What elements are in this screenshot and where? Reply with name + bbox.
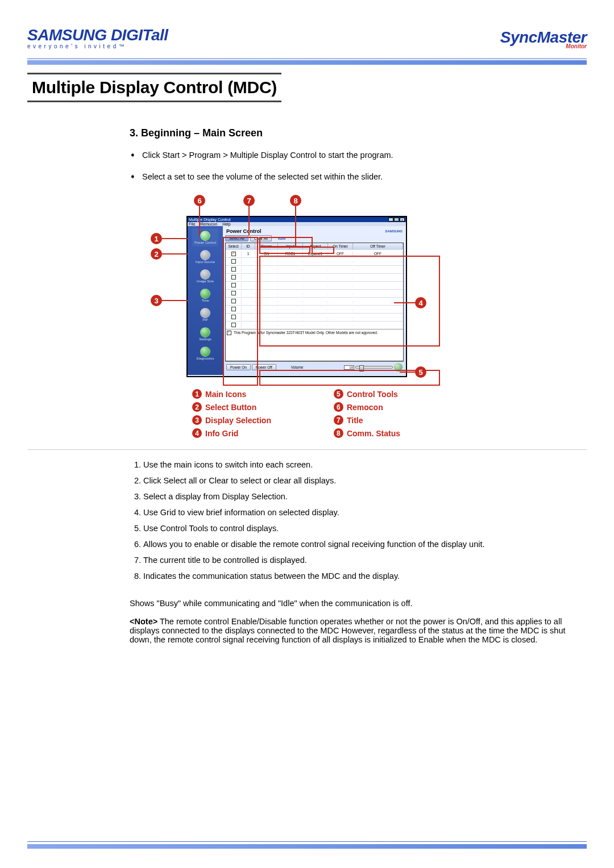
grid-cell: OFF [353, 251, 403, 256]
callout-4: 4 [415, 297, 426, 308]
app-screenshot-illustration: 1 2 3 4 5 6 7 8 Multiple Display Control… [158, 195, 422, 439]
window-buttons: _ □ × [388, 218, 405, 222]
sidebar-item-pip[interactable]: PIP [192, 306, 218, 324]
power-off-button[interactable]: Power Off [252, 364, 276, 370]
menu-help[interactable]: Help [222, 222, 230, 226]
legend-number: 2 [192, 402, 202, 412]
grid-row[interactable] [226, 257, 403, 265]
legend-number: 8 [334, 428, 343, 438]
maximize-icon[interactable]: □ [394, 218, 399, 222]
grid-row[interactable]: 1 ON RGB1 Expand1 OFF OFF [226, 249, 403, 257]
step-item: Use Grid to view brief information on se… [143, 508, 587, 517]
legend-row: 7Title [334, 415, 400, 425]
grid-cell: RGB1 [278, 251, 303, 256]
sidebar-item-power-control[interactable]: Power Control [192, 228, 218, 247]
grid-row[interactable] [226, 273, 403, 281]
sidebar-item-diagnostics[interactable]: Diagnostics [192, 344, 218, 362]
sidebar-item-settings[interactable]: Settings [192, 325, 218, 343]
menu-remocon[interactable]: Remocon [200, 222, 217, 226]
footer-divider-thin [27, 841, 587, 842]
intro-bullet: Click Start > Program > Multiple Display… [130, 151, 587, 160]
grid-row[interactable] [226, 281, 403, 289]
diagnostics-icon [200, 347, 210, 357]
legend-row: 6Remocon [334, 402, 400, 412]
control-tools-row: Power On Power Off Volume 10 [225, 361, 404, 373]
select-all-button[interactable]: Select All [225, 235, 248, 241]
grid-row[interactable] [226, 305, 403, 313]
legend-row: 2Select Button [192, 402, 271, 412]
grid-header-cell: On Timer [328, 243, 353, 249]
legend-label: Select Button [205, 403, 256, 412]
step-item: The current title to be controlled is di… [143, 556, 587, 565]
page-title: Multiple Display Control (MDC) [32, 78, 277, 97]
grid-row[interactable] [226, 313, 403, 321]
legend-label: Title [347, 416, 363, 425]
clear-all-button[interactable]: Clear All [250, 235, 272, 241]
sidebar-item-label: Time [201, 299, 209, 302]
checkbox-icon[interactable] [231, 252, 236, 256]
header-divider-thin [27, 59, 587, 59]
checkbox-icon[interactable] [231, 275, 236, 279]
note-body: The remote control Enable/Disable functi… [130, 617, 565, 644]
checkbox-icon[interactable] [231, 283, 236, 287]
panel-title: Power Control [226, 228, 404, 234]
checkbox-icon[interactable] [231, 299, 236, 303]
menu-bar: File Remocon Help [188, 222, 406, 226]
speaker-icon [394, 363, 403, 372]
grid-row[interactable] [226, 297, 403, 305]
checkbox-icon[interactable] [231, 323, 236, 327]
step-item: Use the main icons to switch into each s… [143, 460, 587, 469]
legend: 1Main Icons 2Select Button 3Display Sele… [192, 389, 422, 438]
intro-bullet: Select a set to see the volume of the se… [130, 172, 587, 181]
callout-line [162, 238, 188, 239]
section-divider [27, 449, 587, 450]
callout-line [295, 206, 296, 247]
grid-row[interactable] [226, 321, 403, 329]
power-on-button[interactable]: Power On [226, 364, 251, 370]
grid-header-cell: Select [226, 243, 242, 249]
sidebar-item-input-source[interactable]: Input Source [192, 248, 218, 266]
checkbox-icon[interactable] [231, 307, 236, 311]
callout-2: 2 [151, 248, 162, 260]
grid-cell: 1 [242, 251, 255, 256]
close-icon[interactable]: × [400, 218, 405, 222]
menu-file[interactable]: File [189, 222, 195, 226]
volume-slider[interactable] [355, 366, 393, 369]
callout-line [394, 302, 416, 303]
legend-label: Remocon [347, 403, 383, 412]
grid-row[interactable] [226, 265, 403, 273]
comm-status: Idle [278, 236, 286, 241]
header-divider-thick [27, 60, 587, 65]
legend-row: 5Control Tools [334, 389, 400, 399]
legend-label: Display Selection [205, 416, 271, 425]
step-item: Select a display from Display Selection. [143, 492, 587, 501]
callout-7: 7 [243, 195, 255, 206]
legend-row: 3Display Selection [192, 415, 271, 425]
legend-row: 8Comm. Status [334, 428, 400, 438]
step-item: Use Control Tools to control displays. [143, 524, 587, 533]
notice-text: This Program is for Syncmaster 323T/403T… [234, 331, 378, 335]
callout-line [248, 206, 250, 236]
sidebar-item-time[interactable]: Time [192, 286, 218, 304]
grid-header-cell: Input [278, 243, 303, 249]
main-panel: Power Control SAMSUNG Select All Clear A… [223, 226, 406, 375]
checkbox-icon[interactable] [231, 291, 236, 295]
legend-number: 4 [192, 428, 202, 438]
checkbox-icon[interactable] [231, 315, 236, 319]
callout-line [162, 300, 188, 301]
callout-1: 1 [151, 233, 162, 244]
step-item: Click Select all or Clear to select or c… [143, 476, 587, 485]
note-label: <Note> [130, 617, 157, 626]
section-heading: 3. Beginning – Main Screen [130, 127, 587, 139]
legend-number: 6 [334, 402, 343, 412]
minimize-icon[interactable]: _ [388, 218, 393, 222]
callout-5: 5 [415, 366, 426, 378]
checkbox-icon[interactable] [231, 267, 236, 272]
checkbox-icon[interactable] [231, 259, 236, 264]
sidebar-item-label: Image Size [197, 279, 214, 283]
brand-right: SyncMaster Monitor [500, 28, 587, 49]
step-item: Indicates the communication status betwe… [143, 571, 587, 581]
sidebar-item-label: PIP [202, 318, 208, 322]
grid-row[interactable] [226, 289, 403, 297]
sidebar-item-image-size[interactable]: Image Size [192, 267, 218, 285]
